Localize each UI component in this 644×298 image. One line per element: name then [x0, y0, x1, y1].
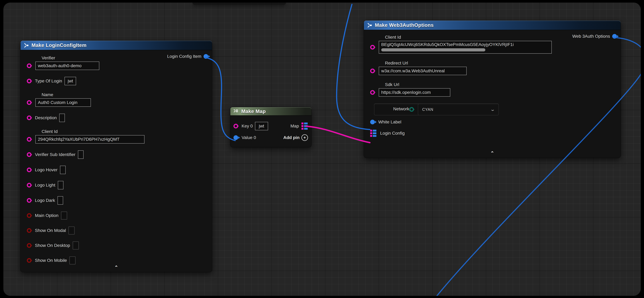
node-header[interactable]: Make Map [230, 107, 312, 116]
pin-logo-dark[interactable] [27, 198, 32, 203]
add-pin-plus-icon: + [302, 134, 308, 141]
node-row-verifier-sub-identifier: Verifier Sub Identifier [27, 150, 209, 159]
pin-show-on-desktop[interactable] [27, 243, 32, 248]
node-header[interactable]: Make LoginConfigItem [20, 41, 212, 50]
checkbox-show-on-desktop[interactable] [73, 242, 79, 250]
pin-name[interactable] [27, 100, 32, 105]
node-make-loginconfigitem[interactable]: Make LoginConfigItem Login Config Item V… [20, 41, 212, 272]
node-title: Make LoginConfigItem [32, 42, 86, 48]
pin-client-id[interactable] [27, 137, 32, 142]
node-make-web3authoptions[interactable]: Make Web3AuthOptions Web 3Auth Options C… [364, 20, 620, 158]
pin-white-label[interactable] [370, 120, 375, 124]
chevron-down-icon: ⌄ [490, 107, 495, 112]
pin-network[interactable] [409, 107, 414, 112]
pin-label: Show On Desktop [35, 243, 70, 248]
node-row-network: NetworkCYAN⌄ [374, 104, 455, 115]
pin-label: Show On Modal [35, 228, 66, 233]
node-row-show-on-desktop: Show On Desktop [27, 242, 209, 250]
node-title: Make Map [241, 108, 266, 114]
pin-logo-hover[interactable] [27, 168, 32, 172]
node-header[interactable]: Make Web3AuthOptions [364, 20, 620, 30]
pin-sdk-url[interactable] [370, 90, 375, 95]
checkbox-show-on-mobile[interactable] [69, 256, 76, 264]
node-row-type-of-login: Type Of Loginjwt [27, 77, 209, 85]
node-row-white-label: White Label [370, 120, 618, 125]
make-map-icon [233, 108, 240, 114]
pin-key-0[interactable] [234, 124, 238, 128]
node-row-logo-dark: Logo Dark [27, 196, 209, 205]
node-title: Make Web3AuthOptions [375, 22, 434, 28]
input-redirect-url[interactable]: w3a://com.w3a.Web3AuthUnreal [379, 67, 467, 75]
input-value: https://sdk.openlogin.com [381, 90, 431, 95]
node-row-logo-light: Logo Light [27, 181, 209, 189]
pin-main-option[interactable] [27, 213, 32, 218]
pin-label: Logo Hover [35, 167, 58, 172]
input-client-id[interactable]: 294QRkchfq2YaXUbPri7D6PH7xzHgQMT [36, 135, 144, 144]
checkbox-main-option[interactable] [61, 212, 67, 220]
pin-label: Network [393, 106, 409, 112]
pin-label: Client Id [42, 129, 209, 134]
add-pin-button[interactable]: Add pin + [283, 134, 308, 141]
input-value: web3auth-auth0-demo [38, 63, 82, 68]
wire-map-to-login-config [306, 126, 370, 142]
dropdown-value: CYAN [422, 107, 491, 112]
pin-label: Main Option [35, 213, 58, 218]
input-value: w3a://com.w3a.Web3AuthUnreal [381, 68, 445, 74]
node-row-login-config: Login Config [370, 130, 618, 137]
pin-label: Name [42, 92, 209, 98]
node-row-client-id: Client IdBEglQSgt4cUWcj6SKRdu5QkOXTsePmM… [370, 34, 618, 54]
input-key-0[interactable]: jwt [255, 122, 268, 130]
input-logo-hover[interactable] [60, 166, 66, 174]
pin-client-id[interactable] [370, 45, 375, 50]
pin-redirect-url[interactable] [370, 68, 375, 73]
output-pin-map[interactable] [302, 122, 308, 130]
pin-label: Key 0 [242, 124, 253, 129]
pin-type-of-login[interactable] [27, 79, 32, 84]
input-client-id[interactable]: BEglQSgt4cUWcj6SKRdu5QkOXTsePmMcusG5EAoy… [379, 41, 552, 54]
pin-label: Verifier [42, 55, 209, 61]
node-row-client-id: Client Id294QRkchfq2YaXUbPri7D6PH7xzHgQM… [27, 129, 209, 144]
horizontal-scrollbar[interactable] [381, 48, 485, 52]
node-row-description: Description [27, 114, 209, 122]
pin-label: Description [35, 115, 57, 120]
node-row-verifier: Verifierweb3auth-auth0-demo [27, 55, 209, 70]
output-pin-label: Map [290, 124, 299, 129]
input-logo-dark[interactable] [58, 196, 63, 205]
offscreen-node-edge [192, 2, 286, 5]
input-name[interactable]: Auth0 Custom Login [36, 98, 91, 107]
input-sdk-url[interactable]: https://sdk.openlogin.com [379, 88, 450, 97]
make-struct-icon [24, 42, 30, 48]
make-struct-icon [367, 22, 373, 28]
node-row-logo-hover: Logo Hover [27, 166, 209, 174]
collapse-node-icon[interactable]: ⌃ [114, 265, 118, 270]
pin-description[interactable] [27, 116, 32, 120]
pin-label: Login Config [380, 130, 404, 136]
pin-label: Logo Dark [35, 198, 55, 203]
pin-show-on-mobile[interactable] [27, 258, 32, 263]
pin-logo-light[interactable] [27, 183, 32, 188]
input-verifier-sub-identifier[interactable] [78, 150, 84, 159]
pin-label: Redirect Url [385, 60, 618, 66]
pin-label: Type Of Login [35, 78, 62, 84]
pin-label: Client Id [385, 34, 618, 40]
input-value: BEglQSgt4cUWcj6SKRdu5QkOXTsePmMcusG5EAoy… [381, 42, 514, 47]
collapse-node-icon[interactable]: ⌃ [490, 151, 494, 156]
node-row-main-option: Main Option [27, 212, 209, 220]
node-make-map[interactable]: Make Map Key 0 jwt Map Value 0 Add pin + [230, 107, 312, 147]
pin-login-config[interactable] [370, 130, 377, 137]
pin-verifier[interactable] [27, 64, 32, 68]
add-pin-label: Add pin [283, 135, 300, 140]
input-verifier[interactable]: web3auth-auth0-demo [36, 62, 99, 70]
blueprint-graph-canvas[interactable]: Make LoginConfigItem Login Config Item V… [3, 2, 641, 296]
pin-label: Verifier Sub Identifier [35, 152, 76, 157]
input-logo-light[interactable] [58, 181, 64, 189]
pin-verifier-sub-identifier[interactable] [27, 152, 32, 157]
input-description[interactable] [59, 114, 65, 122]
pin-label: White Label [378, 120, 401, 125]
node-row-sdk-url: Sdk Urlhttps://sdk.openlogin.com [370, 82, 618, 97]
pin-value-0[interactable] [234, 135, 238, 140]
pin-show-on-modal[interactable] [27, 228, 32, 233]
checkbox-show-on-modal[interactable] [68, 226, 75, 234]
dropdown-network[interactable]: CYAN⌄ [418, 104, 499, 115]
input-type-of-login[interactable]: jwt [64, 77, 76, 85]
